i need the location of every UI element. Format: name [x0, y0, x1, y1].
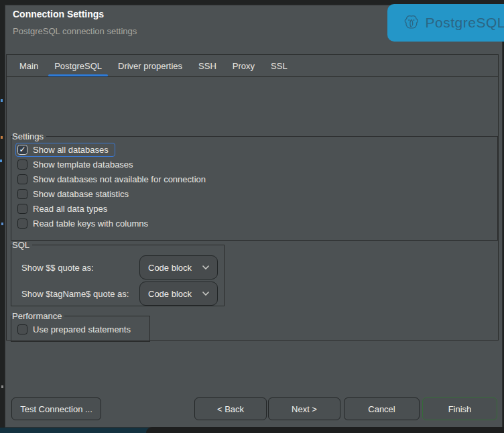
checkbox-label: Read table keys with columns	[33, 219, 148, 229]
checkbox-use-prepared-statements[interactable]: ✓ Use prepared statements	[15, 322, 137, 336]
test-connection-button[interactable]: Test Connection ...	[11, 397, 101, 420]
postgresql-logo-badge: PostgreSQL	[387, 4, 504, 42]
checkbox-icon[interactable]: ✓	[17, 204, 27, 214]
tab-proxy[interactable]: Proxy	[225, 55, 263, 76]
postgresql-elephant-icon	[403, 11, 420, 35]
page-subtitle: PostgreSQL connection settings	[13, 26, 137, 36]
checkmark-icon: ✓	[19, 145, 25, 153]
sql-row-dollar-quote: Show $$ quote as: Code block	[15, 255, 220, 280]
tab-main[interactable]: Main	[11, 55, 46, 76]
connection-settings-dialog: Connection Settings PostgreSQL connectio…	[5, 5, 503, 428]
checkbox-icon[interactable]: ✓	[17, 145, 27, 155]
screen: { "header": { "title": "Connection Setti…	[0, 0, 504, 433]
sql-group-legend: SQL	[12, 240, 32, 250]
settings-group-legend: Settings	[12, 131, 46, 141]
checkbox-icon[interactable]: ✓	[17, 324, 27, 334]
chevron-down-icon	[202, 265, 210, 270]
dollar-quote-dropdown[interactable]: Code block	[139, 255, 218, 280]
cancel-button[interactable]: Cancel	[344, 397, 420, 420]
performance-group: Performance ✓ Use prepared statements	[11, 311, 150, 342]
sql-group: SQL Show $$ quote as: Code block Show $t…	[11, 240, 225, 306]
dropdown-value: Code block	[148, 289, 192, 299]
tab-postgresql[interactable]: PostgreSQL	[46, 55, 110, 76]
tagname-quote-dropdown[interactable]: Code block	[139, 282, 218, 306]
checkbox-show-database-statistics[interactable]: ✓ Show database statistics	[15, 187, 135, 201]
performance-group-legend: Performance	[12, 311, 64, 321]
dollar-quote-label: Show $$ quote as:	[21, 263, 94, 273]
checkbox-read-all-data-types[interactable]: ✓ Read all data types	[15, 202, 114, 216]
tab-driver-properties[interactable]: Driver properties	[110, 55, 190, 76]
checkbox-label: Read all data types	[33, 204, 107, 214]
checkbox-label: Use prepared statements	[33, 324, 131, 334]
tab-bar: Main PostgreSQL Driver properties SSH Pr…	[7, 55, 498, 77]
background-speck	[0, 160, 2, 162]
checkbox-label: Show database statistics	[33, 189, 129, 199]
checkbox-icon[interactable]: ✓	[17, 219, 27, 229]
background-speck	[1, 136, 3, 139]
finish-button[interactable]: Finish	[422, 397, 497, 420]
postgresql-logo-text: PostgreSQL	[426, 15, 504, 31]
back-button[interactable]: < Back	[194, 397, 267, 420]
chevron-down-icon	[202, 291, 210, 296]
checkbox-show-databases-not-available[interactable]: ✓ Show databases not available for conne…	[15, 172, 212, 186]
background-speck	[1, 223, 3, 225]
background-window-strip	[146, 427, 504, 433]
checkbox-show-all-databases[interactable]: ✓ Show all databases	[15, 143, 115, 157]
settings-group: Settings ✓ Show all databases ✓ Show tem…	[11, 131, 498, 241]
checkbox-icon[interactable]: ✓	[17, 174, 27, 184]
checkbox-label: Show databases not available for connect…	[33, 174, 206, 184]
background-speck	[1, 385, 3, 388]
tab-ssh[interactable]: SSH	[190, 55, 225, 76]
checkbox-icon[interactable]: ✓	[17, 160, 27, 170]
tab-content-area: Main PostgreSQL Driver properties SSH Pr…	[6, 54, 499, 341]
checkbox-icon[interactable]: ✓	[17, 189, 27, 199]
tagname-quote-label: Show $tagName$ quote as:	[21, 289, 129, 299]
next-button[interactable]: Next >	[268, 397, 340, 420]
checkbox-show-template-databases[interactable]: ✓ Show template databases	[15, 158, 140, 172]
checkbox-label: Show all databases	[33, 145, 109, 155]
checkbox-read-table-keys[interactable]: ✓ Read table keys with columns	[15, 216, 155, 231]
checkbox-label: Show template databases	[33, 160, 133, 170]
page-title: Connection Settings	[13, 9, 104, 19]
tab-ssl[interactable]: SSL	[263, 55, 296, 76]
background-speck	[1, 99, 3, 102]
sql-row-tagname-quote: Show $tagName$ quote as: Code block	[15, 282, 220, 306]
dropdown-value: Code block	[148, 263, 192, 273]
